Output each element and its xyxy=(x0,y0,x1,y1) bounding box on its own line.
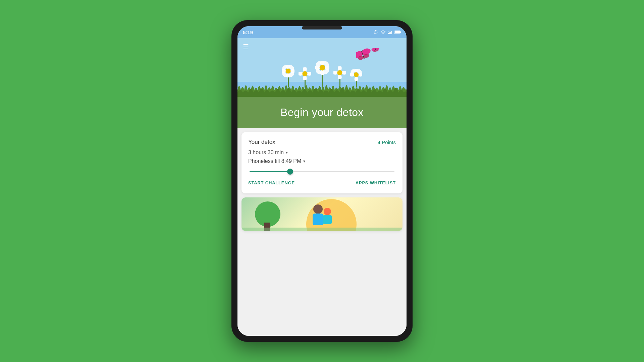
duration-text: 3 hours 30 min xyxy=(248,149,284,156)
header-illustration: ☰ xyxy=(237,38,407,97)
svg-rect-1 xyxy=(389,33,390,34)
points-label: 4 Points xyxy=(378,139,396,145)
svg-point-48 xyxy=(337,70,342,75)
bottom-card-preview[interactable] xyxy=(241,197,402,231)
svg-rect-60 xyxy=(313,214,323,225)
svg-point-55 xyxy=(354,72,359,77)
bottom-card-illustration xyxy=(241,197,402,231)
sync-icon xyxy=(373,29,378,35)
phoneless-selector[interactable]: Phoneless till 8:49 PM ▾ xyxy=(248,158,396,164)
hamburger-menu-icon[interactable]: ☰ xyxy=(243,43,249,51)
wifi-icon xyxy=(380,29,386,35)
duration-dropdown-icon: ▾ xyxy=(286,150,288,155)
title-section: Begin your detox xyxy=(237,97,407,128)
duration-selector[interactable]: 3 hours 30 min ▾ xyxy=(248,149,396,156)
svg-point-61 xyxy=(324,208,331,215)
phone-frame: 5:19 xyxy=(231,20,413,342)
apps-whitelist-button[interactable]: APPS WHITELIST xyxy=(356,179,396,187)
svg-rect-5 xyxy=(400,32,401,33)
svg-rect-63 xyxy=(241,228,402,231)
detox-card: Your detox 4 Points 3 hours 30 min ▾ Pho… xyxy=(241,132,402,193)
slider-thumb[interactable] xyxy=(287,169,293,175)
status-time: 5:19 xyxy=(243,29,253,35)
card-actions: START CHALLENGE APPS WHITELIST xyxy=(248,179,396,187)
start-challenge-button[interactable]: START CHALLENGE xyxy=(248,179,295,187)
signal-icon xyxy=(388,29,392,35)
svg-rect-6 xyxy=(395,31,400,33)
phoneless-dropdown-icon: ▾ xyxy=(303,159,305,164)
grass-container xyxy=(237,78,407,97)
status-icons xyxy=(373,29,401,35)
duration-slider-container xyxy=(248,171,396,172)
svg-rect-2 xyxy=(390,32,391,34)
svg-point-28 xyxy=(285,68,290,73)
svg-point-43 xyxy=(320,65,325,71)
phone-screen: 5:19 xyxy=(237,26,407,336)
page-title: Begin your detox xyxy=(246,106,398,119)
svg-point-59 xyxy=(313,204,323,214)
phone-notch xyxy=(302,26,342,29)
phoneless-text: Phoneless till 8:49 PM xyxy=(248,158,301,164)
battery-icon xyxy=(394,30,401,35)
svg-rect-3 xyxy=(391,31,392,34)
svg-rect-62 xyxy=(323,215,332,224)
svg-rect-0 xyxy=(388,33,389,34)
slider-fill xyxy=(250,171,290,172)
slider-track[interactable] xyxy=(250,171,394,172)
card-header: Your detox 4 Points xyxy=(248,139,396,145)
card-title: Your detox xyxy=(248,139,275,145)
svg-point-34 xyxy=(302,71,307,76)
content-area[interactable]: Your detox 4 Points 3 hours 30 min ▾ Pho… xyxy=(237,128,407,336)
